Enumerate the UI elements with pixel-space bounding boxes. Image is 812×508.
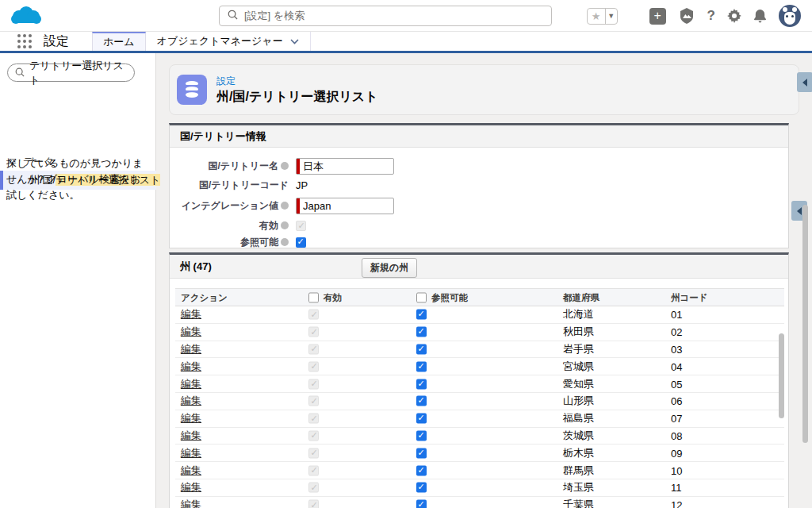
state-code: 09: [671, 447, 682, 459]
prefecture-name: 栃木県: [563, 446, 594, 460]
edit-link[interactable]: 編集: [181, 446, 201, 460]
column-active: 有効: [324, 291, 342, 303]
guidance-center-icon[interactable]: [678, 7, 695, 25]
favorites-caret-icon[interactable]: ▼: [605, 9, 617, 24]
state-code: 11: [671, 482, 682, 494]
state-code: 01: [671, 309, 682, 321]
row-visible-checkbox[interactable]: [416, 448, 427, 458]
row-visible-checkbox[interactable]: [416, 465, 427, 475]
edit-link[interactable]: 編集: [181, 377, 201, 391]
edit-link[interactable]: 編集: [181, 394, 201, 408]
prefecture-name: 山形県: [563, 394, 594, 408]
row-active-checkbox: [308, 361, 319, 371]
star-icon[interactable]: ★: [588, 9, 605, 24]
avatar-ear: [792, 7, 797, 12]
table-row: 編集宮城県04: [175, 358, 784, 375]
prefecture-name: 北海道: [563, 307, 594, 321]
prefecture-name: 愛知県: [563, 377, 594, 391]
row-visible-checkbox[interactable]: [416, 500, 427, 508]
favorites-button[interactable]: ★ ▼: [587, 8, 618, 25]
table-scrollbar-thumb[interactable]: [779, 333, 784, 418]
row-active-checkbox: [308, 396, 319, 406]
row-visible-checkbox[interactable]: [416, 344, 427, 354]
states-table-body: 編集北海道01編集秋田県02編集岩手県03編集宮城県04編集愛知県05編集山形県…: [175, 306, 784, 508]
row-visible-checkbox[interactable]: [416, 414, 427, 424]
table-row: 編集栃木県09: [175, 444, 784, 462]
avatar-ear: [783, 7, 787, 12]
info-icon[interactable]: [281, 238, 289, 246]
info-icon[interactable]: [281, 162, 289, 170]
edit-link[interactable]: 編集: [181, 307, 201, 321]
country-info-section-title: 国/テリトリー情報: [170, 125, 788, 148]
row-visible-checkbox[interactable]: [416, 430, 427, 441]
states-table: アクション 有効 参照可能 都道府県 州コード 編集北海道01編集秋田県02編集…: [175, 288, 784, 508]
setup-sidebar: テリトリー選択リスト データ 州/国/テリトリー選択リスト 探しているものが見つ…: [0, 53, 156, 508]
global-search-input[interactable]: [設定] を検索: [219, 6, 552, 26]
notifications-bell-icon[interactable]: [753, 9, 767, 23]
edit-link[interactable]: 編集: [181, 498, 201, 508]
edit-link[interactable]: 編集: [181, 480, 201, 495]
edit-link[interactable]: 編集: [181, 325, 201, 339]
info-icon[interactable]: [281, 221, 289, 229]
row-visible-checkbox[interactable]: [416, 327, 427, 337]
select-all-visible-checkbox[interactable]: [416, 292, 427, 302]
select-all-active-checkbox[interactable]: [308, 292, 319, 302]
main-content: 設定 州/国/テリトリー選択リスト 国/テリトリー情報 国/テリトリー名 国/テ…: [156, 53, 812, 508]
quick-create-button[interactable]: +: [649, 8, 666, 25]
sidebar-help-text: 探しているものが見つかりませんか? グローバル検索をお試しください。: [6, 156, 151, 203]
row-visible-checkbox[interactable]: [416, 483, 427, 493]
page-scrollbar-thumb[interactable]: [802, 205, 808, 443]
avatar-eye: [791, 15, 794, 17]
setup-nav-bar: 設定 ホーム オブジェクトマネージャー: [0, 32, 812, 53]
avatar-eye: [786, 15, 788, 17]
row-active-checkbox: [308, 483, 319, 493]
states-table-header: アクション 有効 参照可能 都道府県 州コード: [175, 288, 784, 306]
row-visible-checkbox[interactable]: [416, 310, 427, 320]
quick-find-value: テリトリー選択リスト: [29, 59, 134, 87]
gear-icon[interactable]: [727, 9, 741, 23]
quick-find-input[interactable]: テリトリー選択リスト: [7, 64, 135, 82]
country-info-section: 国/テリトリー情報 国/テリトリー名 国/テリトリーコード JP インテグレーシ…: [169, 123, 789, 248]
avatar-face: [784, 12, 795, 25]
help-icon[interactable]: ?: [707, 8, 715, 24]
edit-link[interactable]: 編集: [181, 464, 201, 478]
table-row: 編集北海道01: [175, 306, 784, 324]
row-active-checkbox: [308, 344, 319, 354]
active-label: 有効: [259, 220, 278, 231]
row-active-checkbox: [308, 448, 319, 458]
app-launcher-icon[interactable]: [17, 34, 32, 48]
country-name-label: 国/テリトリー名: [209, 160, 278, 171]
active-checkbox: [296, 221, 306, 231]
table-row: 編集千葉県12: [175, 497, 784, 508]
field-row-active: 有効: [170, 220, 788, 232]
column-visible: 参照可能: [431, 291, 468, 303]
tab-object-manager[interactable]: オブジェクトマネージャー: [146, 32, 311, 51]
row-visible-checkbox[interactable]: [416, 361, 427, 371]
collapse-panel-button[interactable]: [797, 72, 812, 92]
info-icon[interactable]: [281, 202, 289, 210]
database-icon: [183, 80, 201, 99]
edit-link[interactable]: 編集: [181, 360, 201, 374]
visible-checkbox[interactable]: [296, 237, 306, 248]
table-row: 編集秋田県02: [175, 324, 784, 341]
country-name-input[interactable]: [300, 159, 393, 174]
row-visible-checkbox[interactable]: [416, 396, 427, 406]
page-header-card: 設定 州/国/テリトリー選択リスト: [169, 64, 799, 115]
edit-link[interactable]: 編集: [181, 429, 201, 443]
table-row: 編集愛知県05: [175, 375, 784, 393]
user-avatar[interactable]: [779, 5, 801, 27]
table-row: 編集茨城県08: [175, 428, 784, 445]
edit-link[interactable]: 編集: [181, 411, 201, 425]
field-row-country-code: 国/テリトリーコード JP: [170, 179, 788, 191]
integration-value-input[interactable]: [300, 198, 393, 214]
table-row: 編集山形県06: [175, 393, 784, 410]
prefecture-name: 福島県: [563, 411, 594, 425]
prefecture-name: 茨城県: [563, 429, 594, 443]
table-row: 編集福島県07: [175, 410, 784, 428]
state-code: 04: [671, 360, 682, 372]
tab-home[interactable]: ホーム: [92, 32, 146, 51]
new-state-button[interactable]: 新規の州: [362, 258, 417, 278]
edit-link[interactable]: 編集: [181, 342, 201, 356]
row-visible-checkbox[interactable]: [416, 379, 427, 389]
row-active-checkbox: [308, 430, 319, 441]
